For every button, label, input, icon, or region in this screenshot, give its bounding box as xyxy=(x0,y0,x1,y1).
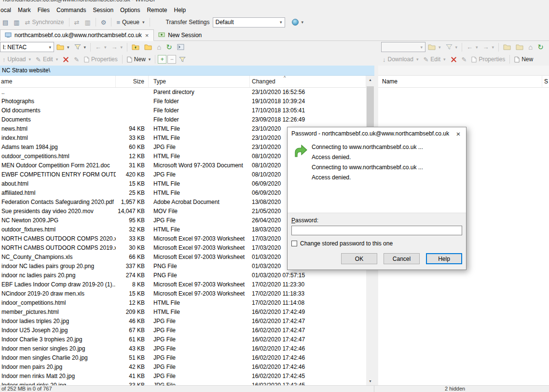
store-password-checkbox[interactable] xyxy=(291,241,297,246)
file-row[interactable]: indoor nc ladies pairs 20.png274 KBPNG F… xyxy=(0,271,366,280)
column-header-type[interactable]: Type xyxy=(149,76,250,87)
close-icon[interactable]: × xyxy=(145,32,150,39)
new-session-tab[interactable]: New Session xyxy=(154,29,206,41)
session-color-icon xyxy=(292,19,299,26)
remote-root-directory-button[interactable] xyxy=(513,41,526,53)
local-bookmarks-button[interactable]: ▾ xyxy=(54,41,72,53)
local-command-bar: ↑ Upload ▾ ✎ Edit ▾ ✎ Properties New ▾ +… xyxy=(0,53,374,66)
password-input[interactable] xyxy=(291,226,462,235)
menu-item-mark[interactable]: Mark xyxy=(14,5,34,15)
remote-home-button[interactable]: ⌂ xyxy=(526,41,535,53)
menu-item-session[interactable]: Session xyxy=(89,5,117,15)
remote-filter-button[interactable]: ▾ xyxy=(443,41,460,53)
remote-delete-button[interactable] xyxy=(448,54,459,65)
file-name: about.html xyxy=(0,179,116,189)
local-home-button[interactable]: ⌂ xyxy=(154,41,164,53)
file-changed: 17/02/2020 11:23:30 xyxy=(250,280,366,289)
local-filter-list-button[interactable] xyxy=(177,54,188,65)
mirror-button[interactable]: ⇄ xyxy=(72,16,82,28)
add-filter-button[interactable]: + xyxy=(158,55,166,64)
remote-directory-select[interactable]: ▾ xyxy=(381,42,425,52)
synchronize-button[interactable]: ⇄ Synchronize xyxy=(23,16,67,28)
file-row[interactable]: member_pictures.html209 KBHTML File16/02… xyxy=(0,308,366,317)
file-row[interactable]: Indoor men rinks Matt 20.jpg41 KBJPG Fil… xyxy=(0,372,366,381)
file-row[interactable]: Old documentsFile folder17/10/2018 13:05… xyxy=(0,106,366,115)
remote-rename-button[interactable]: ✎ xyxy=(459,54,469,65)
session-color-button[interactable]: ▾ xyxy=(289,16,306,28)
column-header-name[interactable]: ame xyxy=(0,76,116,87)
remove-filter-button[interactable]: − xyxy=(167,55,176,64)
download-button[interactable]: ↓ Download ▾ xyxy=(380,54,421,65)
remote-parent-directory-button[interactable] xyxy=(501,41,513,53)
file-row[interactable]: Indoor men senior singles 20.jpg43 KBJPG… xyxy=(0,344,366,353)
file-name: Adams team 1984.jpg xyxy=(0,143,116,152)
remote-new-button[interactable]: New xyxy=(512,54,535,65)
transfer-settings-select[interactable]: Default ▾ xyxy=(213,17,285,27)
layout-button[interactable]: ▤ xyxy=(0,16,11,28)
scroll-down-icon[interactable]: ▼ xyxy=(366,377,374,385)
local-filter-button[interactable]: ▾ xyxy=(72,41,89,53)
remote-bookmarks-button[interactable]: ▾ xyxy=(425,41,443,53)
menu-item-help[interactable]: Help xyxy=(170,5,189,15)
help-button[interactable]: Help xyxy=(426,253,462,264)
dialog-title-bar[interactable]: Password - northcambsebf.co.uk@www.north… xyxy=(288,127,466,140)
session-tab[interactable]: northcambsebf.co.uk@www.northcambsebf.co… xyxy=(0,29,154,41)
close-icon[interactable]: × xyxy=(451,127,466,140)
remote-path-bar[interactable] xyxy=(378,66,549,76)
local-open-console-button[interactable] xyxy=(175,41,187,53)
file-size: 41 KB xyxy=(116,372,149,381)
local-edit-button[interactable]: ✎ Edit ▾ xyxy=(33,54,60,65)
local-delete-button[interactable] xyxy=(60,54,71,65)
menu-item-commands[interactable]: Commands xyxy=(53,5,89,15)
remote-edit-button[interactable]: ✎ Edit ▾ xyxy=(421,54,448,65)
file-row[interactable]: Indoor U25 Joseph 20.jpg67 KBJPG File16/… xyxy=(0,326,366,335)
file-row[interactable]: indoor_competitions.html12 KBHTML File17… xyxy=(0,298,366,308)
remote-back-button[interactable]: ← ▾ xyxy=(464,41,480,53)
chevron-down-icon: ▾ xyxy=(278,20,284,25)
file-row[interactable]: Indoor men singles Charlie 20.jpg51 KBJP… xyxy=(0,353,366,363)
remote-refresh-button[interactable]: ↻ xyxy=(535,41,546,53)
local-properties-button[interactable]: Properties xyxy=(82,54,120,65)
file-row[interactable]: PhotographsFile folder19/10/2018 10:39:2… xyxy=(0,97,366,106)
file-row[interactable]: Indoor Charlie 3 trophies 20.jpg61 KBJPG… xyxy=(0,335,366,344)
file-size: 14,047 KB xyxy=(116,207,149,216)
queue-button[interactable]: ≡ Queue ▾ xyxy=(114,16,147,28)
queue-label: Queue xyxy=(122,19,139,26)
remote-column-header-name[interactable]: Name xyxy=(378,76,542,87)
cancel-button[interactable]: Cancel xyxy=(384,253,420,264)
local-path-bar[interactable]: NC Strato website\ xyxy=(0,66,374,76)
delete-icon xyxy=(63,56,69,63)
ok-button[interactable]: OK xyxy=(341,253,377,264)
local-drive-select[interactable]: l: NETAC ▾ xyxy=(0,42,54,52)
local-root-directory-button[interactable] xyxy=(142,41,154,53)
remote-column-header-size[interactable]: S xyxy=(542,76,549,87)
local-forward-button[interactable]: → ▾ xyxy=(109,41,125,53)
file-row[interactable]: Indoor mixed rinks 20.jpg33 KBJPG File16… xyxy=(0,381,366,385)
swap-panels-button[interactable]: ▥ xyxy=(82,16,93,28)
menu-item-files[interactable]: Files xyxy=(34,5,53,15)
column-header-changed[interactable]: ^ Changed xyxy=(250,76,366,87)
file-row[interactable]: Indoor ladies triples 20.jpg46 KBJPG Fil… xyxy=(0,317,366,326)
column-header-size[interactable]: Size xyxy=(116,76,149,87)
local-refresh-button[interactable]: ↻ xyxy=(164,41,175,53)
layout-alt-button[interactable]: ▥ xyxy=(11,16,22,28)
scroll-up-icon[interactable]: ▲ xyxy=(366,76,374,84)
local-parent-directory-button[interactable] xyxy=(129,41,142,53)
file-row[interactable]: DocumentsFile folder23/09/2018 12:26:49 xyxy=(0,115,366,124)
file-row[interactable]: ..Parent directory23/10/2020 16:52:56 xyxy=(0,88,366,97)
local-rename-button[interactable]: ✎ xyxy=(71,54,82,65)
preferences-button[interactable]: ⚙ xyxy=(98,16,109,28)
menu-item-ocal[interactable]: ocal xyxy=(0,5,14,15)
upload-button[interactable]: ↑ Upload ▾ xyxy=(0,54,33,65)
local-back-button[interactable]: ← ▾ xyxy=(93,41,109,53)
menu-item-remote[interactable]: Remote xyxy=(143,5,170,15)
file-row[interactable]: NCindoor 2019-20 draw men.xls15 KBMicros… xyxy=(0,289,366,298)
file-name: index.html xyxy=(0,134,116,143)
file-row[interactable]: EBF Ladies Indoor Comp draw 2019-20 (1).… xyxy=(0,280,366,289)
remote-properties-button[interactable]: Properties xyxy=(469,54,508,65)
remote-forward-button[interactable]: → ▾ xyxy=(480,41,497,53)
file-row[interactable]: Indoor men pairs 20.jpg42 KBJPG File16/0… xyxy=(0,363,366,372)
menu-item-options[interactable]: Options xyxy=(117,5,143,15)
local-new-button[interactable]: New ▾ xyxy=(124,54,153,65)
file-type: HTML File xyxy=(149,124,250,134)
